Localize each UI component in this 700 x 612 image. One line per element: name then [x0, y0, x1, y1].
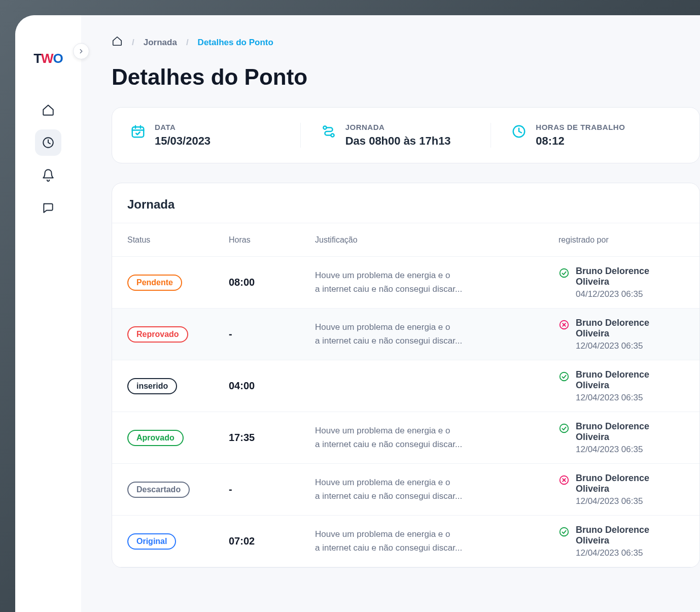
just-line2: a internet caiu e não consegui discar... [315, 439, 462, 449]
cell-hours: 17:35 [229, 432, 315, 444]
summary-date: DATA 15/03/2023 [130, 123, 301, 148]
cell-registered-by: Bruno Delorence Oliveira 04/12/2023 06:3… [558, 266, 684, 299]
breadcrumb-home[interactable] [112, 36, 123, 49]
nav-home[interactable] [35, 97, 61, 123]
summary-label: JORNADA [345, 123, 451, 131]
table-row[interactable]: Reprovado - Houve um problema de energia… [112, 309, 699, 360]
just-line1: Houve um problema de energia e o [315, 270, 450, 280]
registered-name: Bruno Delorence Oliveira [576, 266, 684, 287]
cell-registered-by: Bruno Delorence Oliveira 12/04/2023 06:3… [558, 318, 684, 351]
registered-name: Bruno Delorence Oliveira [576, 369, 684, 391]
cell-justification: Houve um problema de energia e oa intern… [315, 466, 558, 513]
brand-logo: TWO [33, 51, 63, 66]
cell-hours: 07:02 [229, 535, 315, 547]
status-badge: Pendente [127, 275, 182, 291]
nav-time[interactable] [35, 129, 61, 156]
cell-status: inserido [127, 378, 229, 394]
x-circle-icon [558, 319, 570, 332]
table-row[interactable]: Original 07:02 Houve um problema de ener… [112, 516, 699, 567]
nav-messages[interactable] [35, 194, 61, 221]
chat-icon [42, 201, 55, 214]
check-circle-icon [558, 423, 570, 436]
journey-title: Jornada [112, 183, 699, 223]
status-badge: Descartado [127, 482, 190, 498]
just-line1: Houve um problema de energia e o [315, 478, 450, 487]
cell-justification: Houve um problema de energia e oa intern… [315, 311, 558, 358]
summary-value: Das 08h00 às 17h13 [345, 134, 451, 148]
registered-name: Bruno Delorence Oliveira [576, 473, 684, 494]
summary-card: DATA 15/03/2023 JORNADA Das 08h00 às 17h… [112, 107, 700, 163]
cell-hours: 08:00 [229, 277, 315, 288]
sidebar: TWO [15, 15, 81, 612]
registered-name: Bruno Delorence Oliveira [576, 421, 684, 443]
summary-value: 08:12 [536, 134, 625, 148]
col-reg: registrado por [558, 235, 684, 245]
svg-point-13 [560, 424, 569, 432]
check-circle-icon [558, 371, 570, 384]
cell-hours: 04:00 [229, 380, 315, 392]
just-line2: a internet caiu e não consegui discar... [315, 543, 462, 553]
status-badge: Original [127, 533, 176, 550]
home-icon [42, 104, 55, 117]
breadcrumb-separator: / [132, 38, 134, 48]
registered-name: Bruno Delorence Oliveira [576, 525, 684, 546]
sidebar-expand-toggle[interactable] [73, 43, 89, 59]
cell-registered-by: Bruno Delorence Oliveira 12/04/2023 06:3… [558, 473, 684, 506]
registered-time: 12/04/2023 06:35 [576, 496, 684, 506]
cell-justification: Houve um problema de energia e oa intern… [315, 259, 558, 306]
table-body: Pendente 08:00 Houve um problema de ener… [112, 257, 699, 567]
page-title: Detalhes do Ponto [112, 64, 700, 90]
cell-status: Pendente [127, 275, 229, 291]
status-badge: inserido [127, 378, 177, 394]
bell-icon [42, 168, 55, 182]
table-row[interactable]: inserido 04:00 Bruno Delorence Oliveira … [112, 360, 699, 412]
table-header: Status Horas Justificação registrado por [112, 223, 699, 257]
cell-hours: - [229, 484, 315, 495]
summary-worked: HORAS DE TRABALHO 08:12 [491, 123, 681, 148]
breadcrumb-item-jornada[interactable]: Jornada [144, 38, 177, 48]
cell-registered-by: Bruno Delorence Oliveira 12/04/2023 06:3… [558, 369, 684, 403]
breadcrumb: / Jornada / Detalhes do Ponto [112, 36, 700, 49]
table-row[interactable]: Aprovado 17:35 Houve um problema de ener… [112, 412, 699, 464]
main-content: / Jornada / Detalhes do Ponto Detalhes d… [81, 15, 700, 612]
cell-hours: - [229, 328, 315, 340]
summary-shift: JORNADA Das 08h00 às 17h13 [301, 123, 492, 148]
calendar-icon [130, 124, 146, 141]
cell-status: Descartado [127, 482, 229, 498]
registered-name: Bruno Delorence Oliveira [576, 318, 684, 339]
col-just: Justificação [315, 235, 558, 245]
home-icon [112, 36, 123, 47]
summary-value: 15/03/2023 [155, 134, 211, 148]
cell-registered-by: Bruno Delorence Oliveira 12/04/2023 06:3… [558, 525, 684, 558]
registered-time: 12/04/2023 06:35 [576, 393, 684, 403]
col-status: Status [127, 235, 229, 245]
clock-icon [511, 124, 527, 141]
check-circle-icon [558, 526, 570, 539]
cell-justification [315, 376, 558, 396]
svg-point-17 [560, 527, 569, 536]
summary-label: DATA [155, 123, 211, 131]
just-line2: a internet caiu e não consegui discar... [315, 336, 462, 346]
cell-justification: Houve um problema de energia e oa intern… [315, 414, 558, 461]
col-hours: Horas [229, 235, 315, 245]
registered-time: 04/12/2023 06:35 [576, 289, 684, 299]
cell-status: Aprovado [127, 430, 229, 446]
chevron-right-icon [78, 48, 85, 55]
registered-time: 12/04/2023 06:35 [576, 548, 684, 558]
just-line2: a internet caiu e não consegui discar... [315, 284, 462, 294]
just-line1: Houve um problema de energia e o [315, 529, 450, 539]
registered-time: 12/04/2023 06:35 [576, 341, 684, 351]
table-row[interactable]: Pendente 08:00 Houve um problema de ener… [112, 257, 699, 309]
cell-status: Original [127, 533, 229, 550]
summary-label: HORAS DE TRABALHO [536, 123, 625, 131]
app-window: TWO / Jornada / Detalhes do Ponto [15, 15, 700, 612]
registered-time: 12/04/2023 06:35 [576, 445, 684, 455]
sidebar-nav [35, 97, 61, 221]
journey-card: Jornada Status Horas Justificação regist… [112, 183, 700, 568]
cell-registered-by: Bruno Delorence Oliveira 12/04/2023 06:3… [558, 421, 684, 455]
just-line1: Houve um problema de energia e o [315, 322, 450, 332]
status-badge: Aprovado [127, 430, 184, 446]
table-row[interactable]: Descartado - Houve um problema de energi… [112, 464, 699, 516]
status-badge: Reprovado [127, 326, 188, 343]
nav-notifications[interactable] [35, 162, 61, 188]
